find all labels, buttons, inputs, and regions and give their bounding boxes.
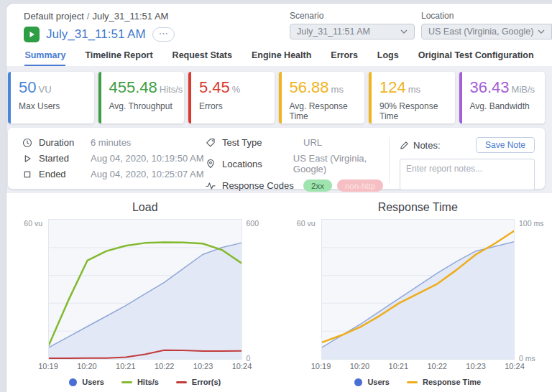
tab-engine-health[interactable]: Engine Health	[252, 50, 311, 66]
kpi-label: 90% Response Time	[380, 101, 455, 121]
breadcrumb-separator: /	[87, 11, 90, 22]
legend-label: Users	[367, 378, 390, 386]
response-time-plot-area[interactable]	[321, 219, 515, 360]
tab-errors[interactable]: Errors	[331, 50, 358, 66]
response-code-badge-2xx[interactable]: 2xx	[303, 179, 332, 192]
header-left: Default project/July_31_11:51 AM July_31…	[24, 11, 175, 42]
kpi-label: Avg. Bandwidth	[470, 101, 546, 111]
kpi-label: Errors	[199, 101, 275, 111]
report-notes-input[interactable]	[400, 159, 535, 190]
x-tick-label: 10:24	[232, 362, 252, 370]
tab-original-test-configuration[interactable]: Original Test Configuration	[418, 50, 534, 66]
notes-label-wrap: Notes:	[400, 140, 441, 151]
x-axis-ticks: 10:1910:2010:2110:2210:2310:24	[321, 360, 515, 373]
x-tick-label: 10:21	[389, 362, 409, 370]
kpi-value: 56.88	[290, 78, 329, 96]
tab-request-stats[interactable]: Request Stats	[172, 50, 232, 66]
legend-label: Response Time	[423, 378, 481, 386]
chevron-down-icon	[400, 29, 408, 34]
tab-summary[interactable]: Summary	[24, 50, 65, 66]
kpi-unit: ms	[408, 84, 420, 95]
legend-line-marker	[407, 381, 418, 383]
kpi-90-response-time: 124ms 90% Response Time	[369, 72, 455, 123]
x-tick-label: 10:20	[350, 362, 370, 370]
legend-dot-marker	[69, 378, 77, 386]
scenario-select-group: Scenario July_31_11:51 AM	[290, 11, 415, 42]
legend-item-users[interactable]: Users	[354, 378, 390, 386]
details-column-config: Test Type URL Locations US East (Virgini…	[206, 137, 389, 183]
legend-label: Error(s)	[192, 378, 221, 386]
clock-icon	[22, 138, 32, 148]
legend-label: Hits/s	[137, 378, 159, 386]
load-plot-area[interactable]	[48, 219, 242, 360]
left-axis-label: 60 vu	[8, 219, 48, 360]
right-axis-labels: 600 0	[242, 219, 272, 360]
x-tick-label: 10:23	[466, 362, 486, 370]
kpi-avg-response-time: 56.88ms Avg. Response Time	[279, 72, 365, 123]
response-time-chart-svg	[322, 220, 515, 359]
play-outline-icon	[22, 154, 32, 164]
kpi-unit: ms	[331, 84, 344, 95]
app-window: Default project/July_31_11:51 AM July_31…	[6, 3, 552, 392]
legend-item-response-time[interactable]: Response Time	[407, 378, 481, 386]
detail-started: Started Aug 04, 2020, 10:19:50 AM	[22, 153, 206, 164]
breadcrumb-project[interactable]: Default project	[24, 11, 84, 22]
detail-ended: Ended Aug 04, 2020, 10:25:07 AM	[22, 169, 206, 179]
detail-value: Aug 04, 2020, 10:25:07 AM	[91, 169, 204, 179]
run-test-button[interactable]	[24, 27, 40, 42]
tab-logs[interactable]: Logs	[377, 50, 399, 66]
x-tick-label: 10:24	[505, 362, 525, 370]
detail-label: Test Type	[222, 137, 303, 148]
location-select[interactable]: US East (Virginia, Google)	[421, 24, 552, 39]
load-chart-svg	[49, 220, 242, 359]
legend-line-marker	[176, 381, 187, 383]
kpi-unit: %	[232, 84, 241, 95]
detail-test-type: Test Type URL	[206, 137, 389, 148]
kpi-row: 50VU Max Users 455.48Hits/s Avg. Through…	[8, 72, 545, 123]
chevron-down-icon	[538, 29, 545, 34]
test-title: July_31_11:51 AM	[46, 27, 146, 42]
scenario-select[interactable]: July_31_11:51 AM	[290, 24, 415, 39]
kpi-unit: Hits/s	[160, 84, 183, 95]
summary-section: 50VU Max Users 455.48Hits/s Avg. Through…	[6, 66, 552, 193]
kpi-avg-throughput: 455.48Hits/s Avg. Throughput	[98, 72, 185, 123]
kpi-label: Max Users	[19, 101, 94, 111]
load-chart-legend: UsersHits/sError(s)	[48, 378, 242, 386]
save-note-button[interactable]: Save Note	[476, 137, 535, 153]
legend-label: Users	[82, 378, 104, 386]
location-label: Location	[421, 11, 552, 21]
kpi-value: 124	[380, 78, 406, 96]
detail-label: Locations	[222, 159, 293, 169]
legend-item-hits-s[interactable]: Hits/s	[121, 378, 159, 386]
stop-icon	[22, 169, 32, 179]
notes-label: Notes:	[413, 140, 441, 151]
detail-label: Started	[39, 153, 91, 164]
detail-duration: Duration 6 minutes	[22, 137, 206, 148]
x-tick-label: 10:20	[77, 362, 97, 370]
location-select-group: Location US East (Virginia, Google)	[421, 11, 552, 42]
notes-section: Notes: Save Note	[389, 137, 535, 183]
kpi-max-users: 50VU Max Users	[8, 72, 94, 123]
legend-item-error-s-[interactable]: Error(s)	[176, 378, 221, 386]
breadcrumb: Default project/July_31_11:51 AM	[24, 11, 175, 22]
detail-label: Ended	[39, 169, 91, 179]
kpi-value: 50	[19, 78, 36, 96]
tab-timeline-report[interactable]: Timeline Report	[85, 50, 152, 66]
charts-panel: Load 60 vu 600 0 10:1910:2010:2110:2210:…	[6, 193, 552, 386]
detail-response-codes: Response Codes 2xx non-http	[206, 179, 389, 192]
response-time-chart: Response Time 60 vu 100 ms 0 ms 10:1910:…	[281, 199, 546, 386]
response-code-badge-non-http[interactable]: non-http	[337, 179, 383, 192]
kpi-avg-bandwidth: 36.43MiB/s Avg. Bandwidth	[459, 72, 546, 123]
more-options-button[interactable]: ⋯	[152, 27, 175, 42]
kpi-value: 455.48	[109, 78, 157, 96]
scenario-label: Scenario	[290, 11, 415, 21]
x-tick-label: 10:22	[155, 362, 175, 370]
load-chart: Load 60 vu 600 0 10:1910:2010:2110:2210:…	[8, 199, 272, 386]
details-column-times: Duration 6 minutes Started Aug 04, 2020,…	[22, 137, 206, 183]
right-axis-max: 600	[247, 219, 272, 228]
detail-label: Response Codes	[222, 180, 303, 191]
detail-value: US East (Virginia, Google)	[293, 153, 389, 174]
detail-label: Duration	[39, 137, 91, 148]
kpi-unit: VU	[38, 84, 51, 95]
legend-item-users[interactable]: Users	[69, 378, 104, 386]
